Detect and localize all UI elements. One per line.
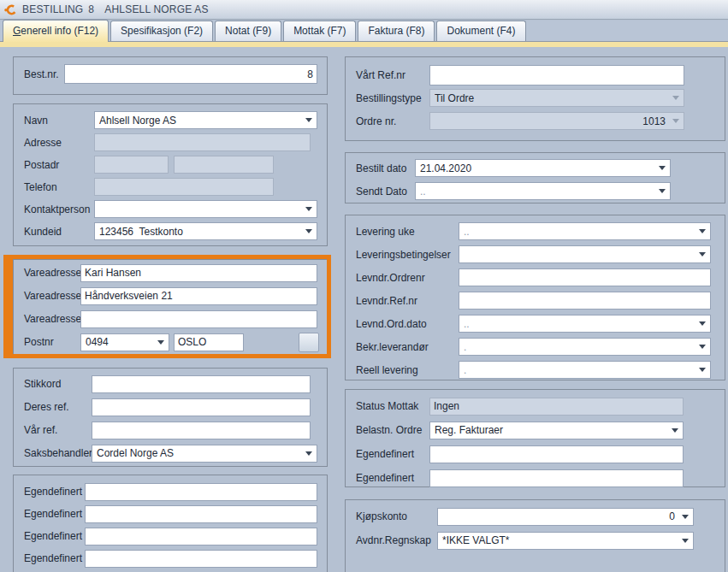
egendefinert4-input[interactable]	[85, 550, 317, 568]
tab-spesifikasjon-label: Spesifikasjon (F2)	[121, 25, 203, 37]
tab-generell-info[interactable]: Generell info (F12)	[3, 20, 109, 42]
egendefinert-r2-input[interactable]	[429, 469, 684, 487]
group-ordre: Vårt Ref.nr Bestillingstype Til Ordre Or…	[345, 56, 725, 141]
kontaktperson-combo[interactable]	[94, 200, 317, 218]
egendefinert4-label: Egendefinert	[24, 552, 85, 564]
tab-dokument-label: Dokument (F4)	[447, 25, 515, 37]
vareadresse3-label: Vareadresse	[24, 313, 80, 325]
bestillingstype-label: Bestillingstype	[356, 92, 429, 104]
group-egendefinert-left: Egendefinert Egendefinert Egendefinert E…	[13, 475, 328, 572]
ordre-nr-combo-value: 1013	[435, 115, 669, 127]
kundeid-label: Kundeid	[24, 226, 94, 238]
bekr-leverandor-label: Bekr.leverandør	[356, 341, 459, 353]
belastn-ordre-combo[interactable]: Reg. Fakturaer	[429, 422, 684, 439]
tab-spesifikasjon[interactable]: Spesifikasjon (F2)	[110, 21, 213, 41]
belastn-ordre-combo-value: Reg. Fakturaer	[435, 424, 668, 436]
window-title-doctype: BESTILLING	[22, 3, 83, 15]
saksbehandler-label: Saksbehandler	[24, 447, 92, 459]
egendefinert-r1-input[interactable]	[429, 445, 684, 463]
chevron-down-icon	[305, 118, 312, 122]
egendefinert2-input[interactable]	[85, 505, 317, 523]
deres-ref-input[interactable]	[92, 398, 311, 416]
bestnr-label: Best.nr.	[24, 68, 64, 80]
levndr-refnr-input[interactable]	[459, 292, 711, 310]
var-ref-label: Vår ref.	[24, 424, 92, 436]
group-leverandor: Navn Ahlsell Norge AS Adresse Postadr Te…	[13, 103, 328, 246]
postnr-label: Postnr	[24, 336, 80, 348]
vareadresse1-input[interactable]	[80, 264, 317, 282]
levering-uke-combo[interactable]: ..	[459, 222, 711, 240]
stikkord-label: Stikkord	[24, 378, 92, 390]
egendefinert3-input[interactable]	[85, 528, 317, 545]
avdnr-regnskap-combo-value: *IKKE VALGT*	[442, 534, 678, 546]
tab-notat[interactable]: Notat (F9)	[215, 21, 281, 41]
bestilt-dato-combo-value: 21.04.2020	[420, 162, 655, 174]
vart-refnr-input[interactable]	[429, 65, 684, 86]
postnr-combo-value: 0494	[86, 336, 154, 348]
adresse-input	[94, 133, 311, 151]
kundeid-combo[interactable]: 123456 Testkonto	[94, 222, 317, 240]
tab-generell-info-label: enerell info (F12)	[21, 25, 98, 37]
postadr-code-input	[94, 156, 169, 174]
vareadresse2-input[interactable]	[80, 287, 317, 305]
egendefinert3-label: Egendefinert	[24, 530, 85, 542]
avdnr-regnskap-label: Avdnr.Regnskap	[356, 534, 437, 546]
deres-ref-label: Deres ref.	[24, 401, 92, 413]
bestilt-dato-label: Bestilt dato	[356, 162, 415, 174]
vareadresse2-label: Vareadresse	[24, 290, 80, 302]
reell-levering-combo[interactable]: .	[459, 361, 711, 379]
stikkord-input[interactable]	[92, 375, 311, 393]
chevron-down-icon	[157, 340, 164, 345]
postadr-label: Postadr	[24, 159, 94, 171]
chevron-down-icon	[659, 166, 666, 170]
egendefinert-r1-label: Egendefinert	[356, 448, 429, 460]
postnr-combo[interactable]: 0494	[80, 333, 169, 351]
bestilt-dato-combo[interactable]: 21.04.2020	[415, 159, 671, 177]
levndr-ordrenr-label: Levndr.Ordrenr	[356, 272, 459, 284]
levering-uke-combo-value: ..	[464, 226, 695, 238]
egendefinert1-input[interactable]	[85, 483, 317, 501]
group-datoer: Bestilt dato 21.04.2020 Sendt Dato ..	[345, 152, 725, 203]
kjopskonto-combo[interactable]: 0	[437, 508, 694, 526]
group-status: Status Mottak Belastn. Ordre Reg. Faktur…	[345, 389, 725, 487]
levndr-ordrenr-input[interactable]	[459, 268, 711, 286]
var-ref-input[interactable]	[92, 422, 311, 439]
vareadresse1-label: Vareadresse	[24, 267, 80, 279]
tab-dokument[interactable]: Dokument (F4)	[436, 21, 525, 41]
poststed-input[interactable]	[174, 333, 244, 351]
bekr-leverandor-combo[interactable]: .	[459, 338, 711, 356]
vareadresse3-input[interactable]	[80, 310, 317, 328]
postnr-lookup-button[interactable]	[299, 333, 319, 352]
levnd-ord-dato-combo[interactable]: ..	[459, 315, 711, 333]
levnd-ord-dato-label: Levnd.Ord.dato	[356, 318, 459, 330]
status-mottak-input	[429, 398, 684, 416]
sendt-dato-combo[interactable]: ..	[415, 182, 671, 200]
navn-combo-value: Ahlsell Norge AS	[99, 115, 302, 127]
vart-refnr-label: Vårt Ref.nr	[356, 69, 429, 81]
levnd-ord-dato-combo-value: ..	[464, 318, 695, 330]
saksbehandler-combo[interactable]: Cordel Norge AS	[92, 445, 317, 463]
chevron-down-icon	[682, 539, 689, 543]
tab-faktura[interactable]: Faktura (F8)	[358, 21, 435, 41]
telefon-label: Telefon	[24, 181, 94, 193]
postadr-city-input	[174, 156, 274, 174]
leveringsbetingelser-combo[interactable]	[459, 245, 711, 263]
navn-combo[interactable]: Ahlsell Norge AS	[94, 111, 317, 129]
tab-notat-label: Notat (F9)	[225, 25, 271, 37]
avdnr-regnskap-combo[interactable]: *IKKE VALGT*	[437, 532, 694, 550]
group-vareadresse: Vareadresse Vareadresse Vareadresse Post…	[13, 259, 328, 355]
chevron-down-icon	[672, 119, 679, 123]
ordre-nr-label: Ordre nr.	[356, 115, 429, 127]
tab-bar: Generell info (F12) Spesifikasjon (F2) N…	[0, 21, 728, 41]
active-tab-strip	[0, 41, 728, 47]
chevron-down-icon	[699, 252, 706, 257]
bestillingstype-combo-value: Til Ordre	[435, 92, 669, 104]
leveringsbetingelser-label: Leveringsbetingelser	[356, 249, 459, 261]
tab-mottak[interactable]: Mottak (F7)	[283, 21, 356, 41]
chevron-down-icon	[699, 321, 706, 326]
egendefinert2-label: Egendefinert	[24, 508, 85, 520]
kjopskonto-label: Kjøpskonto	[356, 510, 437, 522]
sendt-dato-combo-value: ..	[420, 186, 655, 198]
tab-mottak-label: Mottak (F7)	[293, 25, 346, 37]
bestnr-input[interactable]	[64, 64, 317, 84]
